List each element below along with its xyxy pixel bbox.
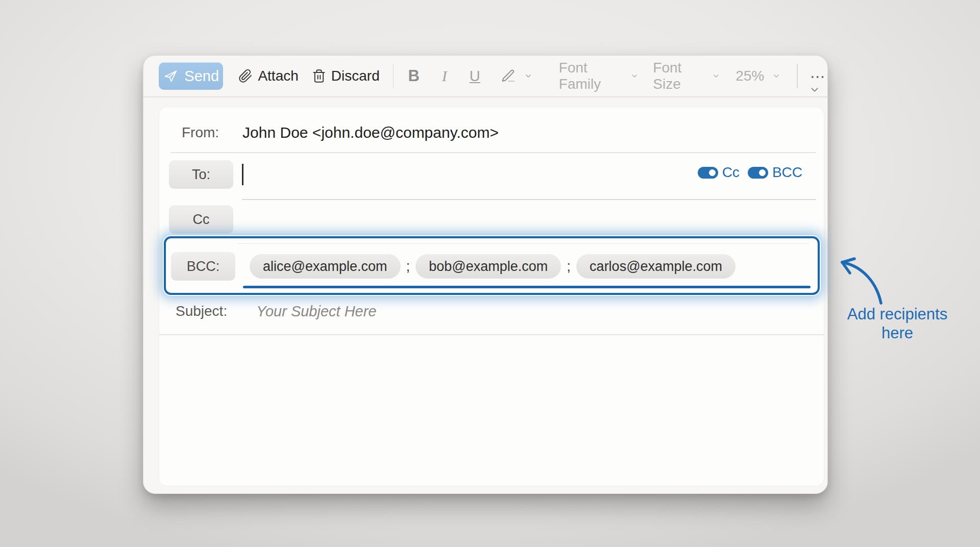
toggle-knob bbox=[757, 167, 768, 178]
send-label: Send bbox=[184, 68, 219, 85]
cc-label: Cc bbox=[193, 212, 210, 228]
recipient-chip[interactable]: bob@example.com bbox=[415, 254, 561, 279]
send-button[interactable]: Send bbox=[159, 62, 223, 90]
font-size-label: Font Size bbox=[653, 60, 704, 92]
font-family-dropdown[interactable]: Font Family bbox=[559, 60, 639, 92]
cc-toggle[interactable]: Cc bbox=[698, 164, 740, 181]
font-family-label: Font Family bbox=[559, 60, 622, 92]
to-button[interactable]: To: bbox=[169, 160, 233, 189]
message-card: From: John Doe <john.doe@company.com> To… bbox=[159, 107, 824, 486]
desktop-background: Send Attach bbox=[0, 0, 980, 547]
toggle-knob bbox=[707, 167, 718, 178]
cc-toggle-label: Cc bbox=[722, 164, 740, 181]
chevron-down-icon bbox=[772, 72, 780, 80]
discard-button[interactable]: Discard bbox=[312, 68, 380, 84]
bcc-field-underline bbox=[243, 286, 811, 288]
recipient-chip[interactable]: carlos@example.com bbox=[576, 254, 736, 279]
bcc-row: BCC: alice@example.com ; bob@example.com… bbox=[171, 252, 811, 281]
collapse-toolbar-chevron-icon[interactable] bbox=[809, 84, 820, 95]
annotation-label: Add recipients here bbox=[835, 305, 960, 342]
compose-toolbar: Send Attach bbox=[143, 56, 827, 97]
send-icon bbox=[163, 68, 178, 84]
attach-button[interactable]: Attach bbox=[238, 68, 298, 84]
bcc-field-topline bbox=[237, 243, 809, 244]
bcc-toggle[interactable]: BCC bbox=[748, 164, 802, 181]
bcc-label: BCC: bbox=[187, 259, 220, 275]
highlighter-button[interactable] bbox=[501, 68, 532, 84]
from-value: John Doe <john.doe@company.com> bbox=[242, 124, 499, 141]
overflow-menu-button[interactable]: ⋯ bbox=[810, 67, 827, 85]
toolbar-divider bbox=[393, 64, 394, 88]
to-label: To: bbox=[192, 167, 210, 183]
trash-icon bbox=[312, 69, 326, 83]
zoom-value: 25% bbox=[736, 68, 764, 84]
zoom-dropdown[interactable]: 25% bbox=[736, 68, 780, 84]
to-field-underline bbox=[242, 199, 816, 200]
bcc-toggle-switch[interactable] bbox=[748, 167, 768, 179]
highlighter-pen-icon bbox=[501, 68, 516, 84]
discard-label: Discard bbox=[331, 68, 380, 84]
bcc-field-highlighted[interactable]: BCC: alice@example.com ; bob@example.com… bbox=[164, 236, 820, 295]
text-cursor bbox=[242, 164, 243, 185]
recipient-separator: ; bbox=[567, 258, 571, 275]
subject-label: Subject: bbox=[176, 303, 227, 319]
underline-button[interactable]: U bbox=[470, 68, 480, 85]
annotation-arrow-icon bbox=[834, 254, 890, 307]
bcc-button[interactable]: BCC: bbox=[171, 252, 235, 281]
subject-input-placeholder[interactable]: Your Subject Here bbox=[256, 303, 376, 320]
bcc-toggle-label: BCC bbox=[772, 164, 802, 181]
chevron-down-icon bbox=[524, 72, 532, 80]
cc-button[interactable]: Cc bbox=[169, 205, 233, 234]
attach-label: Attach bbox=[258, 68, 298, 84]
row-divider bbox=[170, 152, 816, 153]
bold-button[interactable]: B bbox=[408, 67, 419, 85]
message-body-input[interactable] bbox=[159, 335, 824, 486]
toolbar-divider bbox=[797, 64, 798, 88]
bcc-recipient-list: alice@example.com ; bob@example.com ; ca… bbox=[250, 254, 736, 279]
chevron-down-icon bbox=[630, 72, 639, 80]
compose-window: Send Attach bbox=[143, 55, 828, 494]
recipient-separator: ; bbox=[406, 258, 410, 275]
italic-button[interactable]: I bbox=[442, 67, 447, 85]
paperclip-icon bbox=[238, 69, 253, 83]
chevron-down-icon bbox=[712, 72, 720, 80]
subject-row: Subject: Your Subject Here bbox=[176, 298, 808, 325]
font-size-dropdown[interactable]: Font Size bbox=[653, 60, 720, 92]
from-row: From: John Doe <john.doe@company.com> bbox=[182, 118, 808, 147]
to-row: To: Cc BCC bbox=[169, 159, 814, 190]
cc-toggle-switch[interactable] bbox=[698, 167, 718, 179]
from-label: From: bbox=[182, 125, 219, 141]
cc-bcc-toggles: Cc BCC bbox=[698, 164, 802, 181]
recipient-chip[interactable]: alice@example.com bbox=[250, 254, 401, 279]
